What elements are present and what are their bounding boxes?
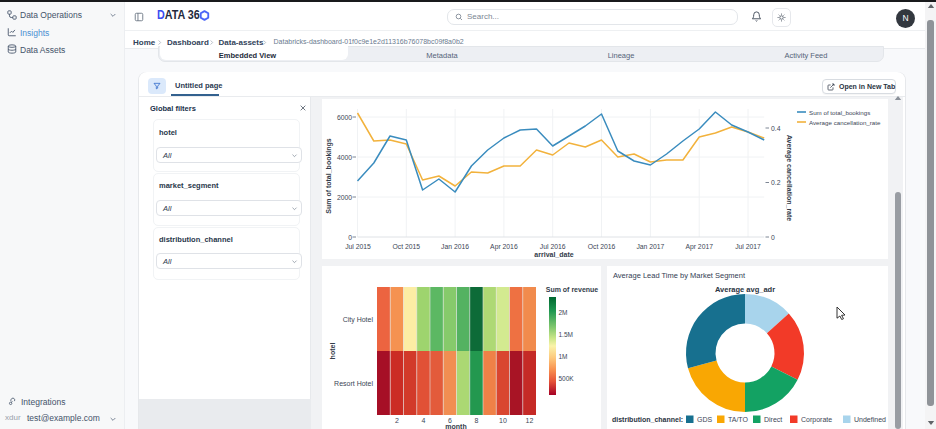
svg-text:Undefined: Undefined	[854, 416, 886, 423]
svg-text:1M: 1M	[559, 353, 568, 360]
svg-text:2: 2	[395, 417, 399, 424]
svg-text:Apr 2016: Apr 2016	[490, 243, 518, 251]
svg-text:Jan 2016: Jan 2016	[441, 243, 469, 250]
svg-text:TA/TO: TA/TO	[728, 416, 749, 423]
svg-text:12: 12	[526, 417, 534, 424]
svg-text:Jul 2015: Jul 2015	[345, 243, 371, 250]
svg-text:1.5M: 1.5M	[559, 331, 573, 338]
svg-text:month: month	[445, 423, 466, 429]
svg-text:4: 4	[421, 417, 425, 424]
svg-text:2M: 2M	[559, 309, 568, 316]
svg-text:0: 0	[348, 234, 352, 241]
svg-text:Sum of total_bookings: Sum of total_bookings	[809, 109, 870, 116]
svg-text:Jul 2016: Jul 2016	[540, 243, 566, 250]
svg-text:GDS: GDS	[697, 416, 713, 423]
svg-text:500K: 500K	[559, 375, 575, 382]
svg-text:Oct 2015: Oct 2015	[393, 243, 421, 250]
svg-text:arrival_date: arrival_date	[534, 251, 573, 258]
svg-text:Corporate: Corporate	[801, 416, 832, 424]
svg-text:Sum of total_bookings: Sum of total_bookings	[325, 138, 333, 214]
svg-text:0: 0	[771, 234, 775, 241]
svg-text:2000: 2000	[337, 194, 352, 201]
svg-text:Jul 2017: Jul 2017	[735, 243, 761, 250]
svg-text:10: 10	[499, 417, 507, 424]
svg-text:City Hotel: City Hotel	[343, 316, 374, 324]
svg-text:Resort Hotel: Resort Hotel	[334, 380, 373, 387]
svg-text:0.2: 0.2	[771, 179, 781, 186]
svg-text:hotel: hotel	[329, 343, 336, 360]
svg-text:Direct: Direct	[764, 416, 782, 423]
svg-text:Apr 2017: Apr 2017	[685, 243, 713, 251]
svg-text:Sum of revenue: Sum of revenue	[546, 286, 599, 293]
svg-text:Average avg_adr: Average avg_adr	[715, 285, 775, 294]
svg-text:Oct 2016: Oct 2016	[588, 243, 616, 250]
svg-text:8: 8	[474, 417, 478, 424]
svg-text:Jan 2017: Jan 2017	[636, 243, 664, 250]
svg-text:Average cancellation_rate: Average cancellation_rate	[785, 135, 793, 222]
svg-text:6000: 6000	[337, 114, 352, 121]
svg-text:0.4: 0.4	[771, 125, 781, 132]
svg-text:distribution_channel:: distribution_channel:	[612, 416, 683, 423]
svg-text:Average cancellation_rate: Average cancellation_rate	[809, 119, 881, 126]
svg-text:4000: 4000	[337, 154, 352, 161]
